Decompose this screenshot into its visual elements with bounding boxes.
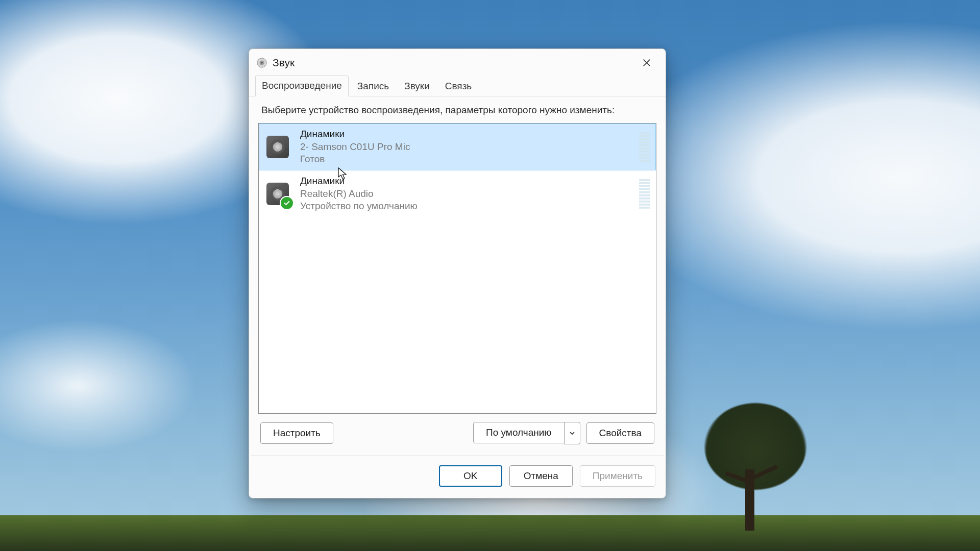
device-item[interactable]: Динамики Realtek(R) Audio Устройство по … xyxy=(259,170,656,217)
tab-comm[interactable]: Связь xyxy=(438,76,479,96)
device-text: Динамики Realtek(R) Audio Устройство по … xyxy=(300,175,630,213)
set-default-split-button[interactable]: По умолчанию xyxy=(473,422,580,444)
chevron-down-icon xyxy=(569,430,575,436)
svg-point-2 xyxy=(261,62,263,64)
device-title: Динамики xyxy=(300,175,630,188)
tab-body-playback: Выберите устройство воспроизведения, пар… xyxy=(249,96,666,456)
device-subtitle: 2- Samson C01U Pro Mic xyxy=(300,141,630,154)
device-actions-row: Настроить По умолчанию Свойства xyxy=(258,414,656,449)
set-default-dropdown[interactable] xyxy=(564,422,580,444)
ok-button[interactable]: OK xyxy=(439,465,502,487)
cancel-button[interactable]: Отмена xyxy=(509,465,573,487)
ground xyxy=(0,515,980,551)
tab-label: Запись xyxy=(357,81,389,91)
close-icon xyxy=(643,59,651,67)
speaker-icon xyxy=(264,181,291,207)
set-default-button[interactable]: По умолчанию xyxy=(473,422,565,443)
tab-label: Связь xyxy=(445,81,472,91)
apply-button[interactable]: Применить xyxy=(580,465,655,487)
dialog-footer: OK Отмена Применить xyxy=(249,456,666,498)
titlebar[interactable]: Звук xyxy=(249,49,666,77)
level-meter xyxy=(639,179,650,209)
device-subtitle: Realtek(R) Audio xyxy=(300,188,630,201)
tab-recording[interactable]: Запись xyxy=(351,76,396,96)
device-list[interactable]: Динамики 2- Samson C01U Pro Mic Готов xyxy=(258,123,656,414)
configure-button[interactable]: Настроить xyxy=(260,422,333,444)
device-status: Готов xyxy=(300,153,630,166)
window-title: Звук xyxy=(273,57,295,69)
device-item[interactable]: Динамики 2- Samson C01U Pro Mic Готов xyxy=(259,123,656,170)
tab-label: Воспроизведение xyxy=(262,80,342,91)
sound-app-icon xyxy=(256,57,267,68)
device-title: Динамики xyxy=(300,128,630,141)
device-text: Динамики 2- Samson C01U Pro Mic Готов xyxy=(300,128,630,166)
default-badge-icon xyxy=(280,196,294,210)
tab-playback[interactable]: Воспроизведение xyxy=(255,76,349,96)
tab-label: Звуки xyxy=(404,81,430,91)
tab-strip: Воспроизведение Запись Звуки Связь xyxy=(249,77,666,96)
speaker-icon xyxy=(264,134,291,160)
level-meter xyxy=(639,132,650,162)
instruction-text: Выберите устройство воспроизведения, пар… xyxy=(261,105,653,116)
sound-dialog: Звук Воспроизведение Запись Звуки Связь … xyxy=(249,48,666,498)
tree xyxy=(694,398,806,531)
properties-button[interactable]: Свойства xyxy=(586,422,654,444)
tab-sounds[interactable]: Звуки xyxy=(398,76,436,96)
close-button[interactable] xyxy=(632,53,662,73)
device-status: Устройство по умолчанию xyxy=(300,200,630,213)
